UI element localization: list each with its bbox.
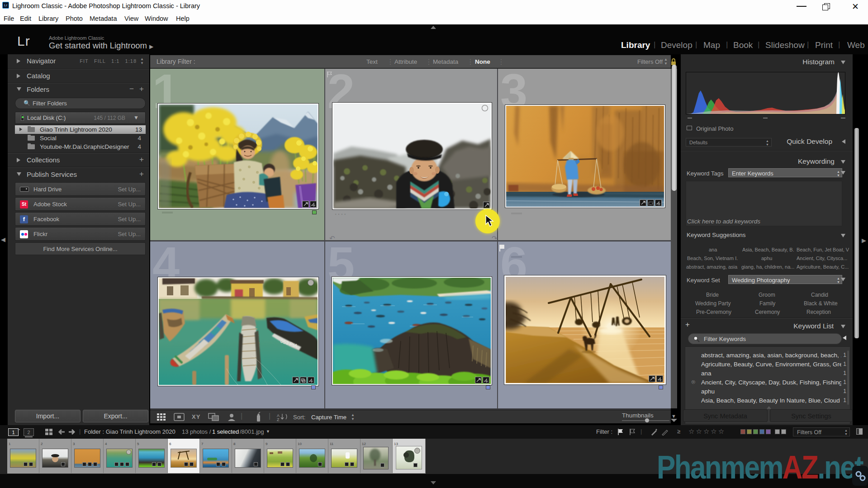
svg-text:Z: Z (277, 417, 280, 422)
